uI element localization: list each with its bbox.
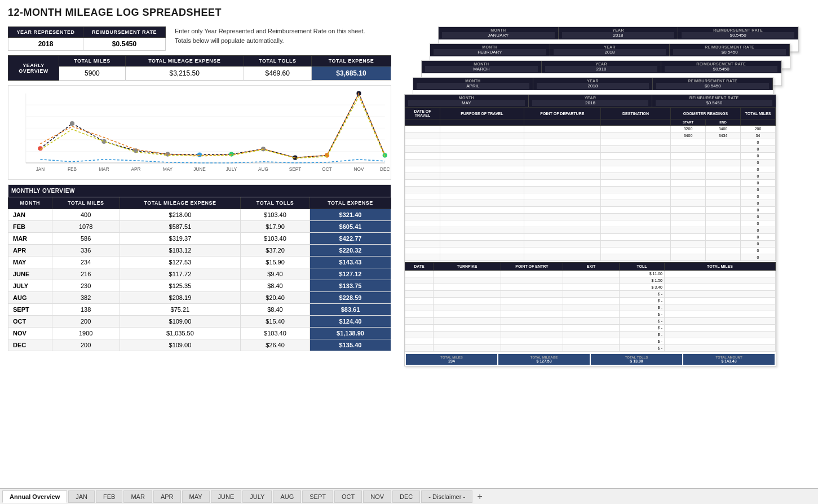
monthly-row-aug: AUG 382 $208.19 $20.40 $228.59 [8,292,391,304]
monthly-row-apr: APR 336 $183.12 $37.20 $220.32 [8,245,391,257]
may-toll-row: $ - [405,298,776,304]
month-cell: DEC [8,339,52,351]
miles-cell: 200 [52,316,120,328]
tab-apr[interactable]: APR [153,490,181,503]
tolls-cell: $103.40 [240,328,309,339]
svg-text:NOV: NOV [354,167,364,172]
monthly-row-mar: MAR 586 $319.37 $103.40 $422.77 [8,233,391,245]
miles-cell: 336 [52,245,120,257]
mileage-exp-cell: $125.35 [120,280,240,292]
total-miles-box: TOTAL MILES 234 [406,354,497,365]
total-cell: $83.61 [309,304,391,316]
may-totals: TOTAL MILES 234 TOTAL MILEAGE $ 127.53 T… [405,353,776,366]
mileage-exp-cell: $319.37 [120,233,240,245]
stacked-sheets: MONTH JANUARY YEAR 2018 REIMBURSEMENT RA… [404,26,810,478]
total-cell: $135.40 [309,339,391,351]
may-travel-row: 0 [405,146,776,153]
total-cell: $124.40 [309,316,391,328]
tab-mar[interactable]: MAR [123,490,152,503]
tab-july[interactable]: JULY [242,490,272,503]
svg-text:DEC: DEC [380,167,390,172]
tolls-cell: $15.90 [240,257,309,268]
total-cell: $1,138.90 [309,328,391,339]
may-toll-row: $ - [405,304,776,311]
purpose-header: PURPOSE OF TRAVEL [440,108,524,120]
total-cell: $422.77 [309,233,391,245]
miles-cell: 216 [52,268,120,280]
miles-cell: 1900 [52,328,120,339]
exit-header: EXIT [563,263,620,271]
may-travel-row: 0 [405,193,776,200]
svg-point-9 [101,139,106,144]
tab-june[interactable]: JUNE [211,490,242,503]
tab-sept[interactable]: SEPT [302,490,333,503]
yearly-overview-table: YEARLYOVERVIEW TOTAL MILES TOTAL MILEAGE… [8,55,391,81]
may-travel-row: 0 [405,153,776,160]
month-cell: APR [8,245,52,257]
may-toll-row: $ 1.50 [405,277,776,284]
odometer-header: ODOMETER READINGS [671,108,741,120]
month-cell: JULY [8,280,52,292]
total-amount-box: TOTAL AMOUNT $ 143.43 [683,354,775,365]
tab-dec[interactable]: DEC [392,490,420,503]
tab---disclaimer--[interactable]: - Disclaimer - [421,490,472,503]
monthly-row-june: JUNE 216 $117.72 $9.40 $127.12 [8,268,391,280]
tab-feb[interactable]: FEB [96,490,122,503]
header-info: Enter only Year Represented and Reimburs… [175,26,365,45]
rate-label: REIMBURSEMENT RATE [83,27,165,38]
tolls-cell: $20.40 [240,292,309,304]
svg-text:JULY: JULY [226,167,237,172]
add-tab-button[interactable]: + [474,490,486,503]
total-cell: $228.59 [309,292,391,304]
may-sheet: MONTH MAY YEAR 2018 REIMBURSEMENT RATE $… [404,94,776,366]
header-table-wrap: YEAR REPRESENTED REIMBURSEMENT RATE 2018… [8,26,166,51]
toll-amount-header: TOLL [620,263,665,271]
tab-jan[interactable]: JAN [68,490,95,503]
may-toll-row: $ 11.00 [405,271,776,277]
may-toll-row: $ - [405,325,776,331]
month-cell: MAY [8,257,52,268]
monthly-row-feb: FEB 1078 $587.51 $17.90 $605.41 [8,221,391,233]
svg-point-18 [383,153,387,157]
svg-text:MAR: MAR [99,167,109,172]
rate-value[interactable]: $0.5450 [83,38,165,51]
may-travel-row: 0 [405,247,776,254]
header-row: YEAR REPRESENTED REIMBURSEMENT RATE 2018… [8,26,391,51]
tab-nov[interactable]: NOV [363,490,391,503]
may-toll-row: $ - [405,345,776,352]
may-travel-row: 0 [405,214,776,220]
tolls-cell: $103.40 [240,233,309,245]
tolls-cell: $15.40 [240,316,309,328]
svg-point-12 [197,152,202,157]
mileage-exp-cell: $208.19 [120,292,240,304]
year-label: YEAR REPRESENTED [8,27,83,38]
tab-annual-overview[interactable]: Annual Overview [2,490,67,503]
miles-cell: 200 [52,339,120,351]
month-cell: JUNE [8,268,52,280]
page-title: 12-MONTH MILEAGE LOG SPREADSHEET [8,7,810,19]
may-toll-row: $ - [405,338,776,345]
mileage-exp-cell: $183.12 [120,245,240,257]
miles-cell: 138 [52,304,120,316]
may-travel-row: 0 [405,173,776,180]
total-miles-col-header: TOTAL MILES [52,197,120,209]
chart-area: JAN FEB MAR APR MAY JUNE JULY AUG SEPT O… [8,85,391,180]
tab-may[interactable]: MAY [182,490,210,503]
total-cell: $220.32 [309,245,391,257]
tab-bar: Annual OverviewJANFEBMARAPRMAYJUNEJULYAU… [0,488,818,504]
content-row: YEAR REPRESENTED REIMBURSEMENT RATE 2018… [8,26,810,486]
year-value[interactable]: 2018 [8,38,83,51]
svg-text:JUNE: JUNE [193,167,206,172]
mileage-exp-cell: $127.53 [120,257,240,268]
left-panel: YEAR REPRESENTED REIMBURSEMENT RATE 2018… [8,26,391,486]
svg-text:JAN: JAN [36,167,45,172]
tolls-cell: $26.40 [240,339,309,351]
total-miles-value: 5900 [59,67,126,81]
tab-aug[interactable]: AUG [273,490,301,503]
tab-oct[interactable]: OCT [334,490,362,503]
may-travel-row: 0 [405,220,776,227]
total-tolls-label: TOTAL TOLLS [244,56,311,67]
total-miles-label: TOTAL MILES [59,56,126,67]
month-cell: SEPT [8,304,52,316]
may-travel-row: 0 [405,227,776,234]
